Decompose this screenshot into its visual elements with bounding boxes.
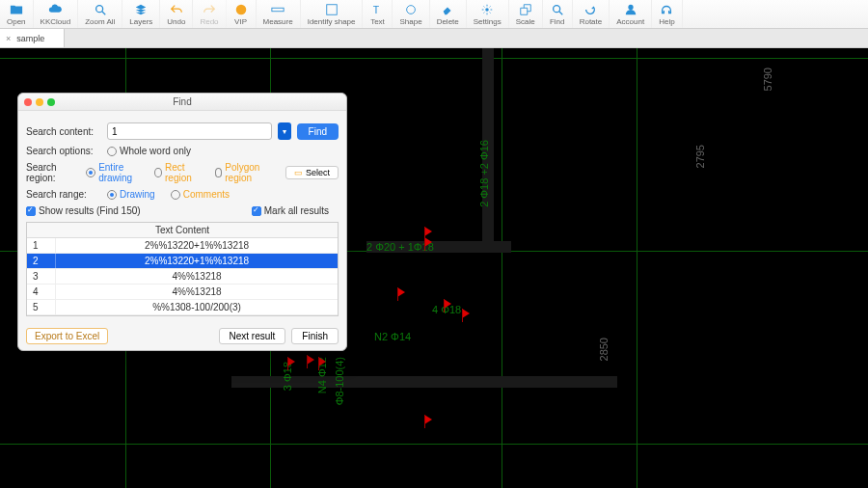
layers-icon xyxy=(133,2,149,17)
zoom-icon xyxy=(93,2,108,17)
finish-button[interactable]: Finish xyxy=(291,328,339,344)
drawing-radio[interactable]: Drawing xyxy=(107,189,155,200)
measure-button[interactable]: Measure xyxy=(257,0,301,28)
main-toolbar: Open KKCloud Zoom All Layers Undo Redo V… xyxy=(0,0,868,29)
table-header: Text Content xyxy=(27,223,338,238)
result-flag-icon xyxy=(318,357,326,366)
kkcloud-button[interactable]: KKCloud xyxy=(34,0,79,28)
rotate-button[interactable]: Rotate xyxy=(573,0,610,28)
next-result-button[interactable]: Next result xyxy=(219,328,286,344)
settings-button[interactable]: Settings xyxy=(467,0,509,28)
folder-icon xyxy=(9,2,24,17)
result-flag-icon xyxy=(424,237,432,247)
cad-text: 2 Φ18 +2 Φ16 xyxy=(478,140,490,207)
search-icon xyxy=(550,2,565,17)
svg-text:T: T xyxy=(373,4,380,15)
rotate-icon xyxy=(583,2,598,17)
export-excel-button[interactable]: Export to Excel xyxy=(26,328,108,344)
cad-dim: 2795 xyxy=(694,145,706,168)
select-icon: ▭ xyxy=(294,168,303,177)
show-results-checkbox[interactable]: Show results (Find 150) xyxy=(26,205,141,216)
zoom-all-button[interactable]: Zoom All xyxy=(78,0,122,28)
search-content-label: Search content: xyxy=(26,126,101,137)
vip-button[interactable]: VIP xyxy=(227,0,257,28)
ruler-icon xyxy=(270,2,285,17)
result-flag-icon xyxy=(424,227,432,236)
dialog-title: Find xyxy=(18,96,346,107)
text-button[interactable]: TText xyxy=(363,0,393,28)
search-content-input[interactable] xyxy=(107,122,272,140)
rect-region-radio[interactable]: Rect region xyxy=(154,162,199,183)
table-row[interactable]: 22%%13220+1%%13218 xyxy=(27,254,338,269)
headset-icon xyxy=(659,2,674,17)
identify-icon xyxy=(324,2,339,17)
eraser-icon xyxy=(440,2,455,17)
mark-all-checkbox[interactable]: Mark all results xyxy=(252,205,329,216)
cloud-icon xyxy=(47,2,63,17)
result-flag-icon xyxy=(462,309,470,318)
whole-word-radio[interactable]: Whole word only xyxy=(107,146,191,156)
svg-rect-3 xyxy=(326,5,337,15)
cad-dim: 5790 xyxy=(762,68,773,91)
result-flag-icon xyxy=(424,415,432,424)
select-region-button[interactable]: ▭Select xyxy=(285,166,339,179)
entire-drawing-radio[interactable]: Entire drawing xyxy=(86,162,139,183)
table-row[interactable]: 5%%1308-100/200(3) xyxy=(27,300,338,315)
tab-strip: × sample xyxy=(0,29,868,48)
svg-point-1 xyxy=(235,5,246,15)
result-flag-icon xyxy=(444,299,451,309)
svg-point-5 xyxy=(407,6,416,14)
search-range-label: Search range: xyxy=(26,189,101,200)
results-table: Text Content 12%%13220+1%%13218 22%%1322… xyxy=(26,222,339,316)
gear-icon xyxy=(479,2,495,17)
polygon-region-radio[interactable]: Polygon region xyxy=(215,162,270,183)
vip-icon xyxy=(233,2,249,17)
document-tab[interactable]: × sample xyxy=(0,29,65,47)
search-options-label: Search options: xyxy=(26,146,101,156)
account-button[interactable]: Account xyxy=(610,0,652,28)
search-region-label: Search region: xyxy=(26,162,80,183)
tab-label: sample xyxy=(16,34,44,43)
dialog-titlebar[interactable]: Find xyxy=(18,94,346,111)
find-dialog: Find Search content: ▾ Find Search optio… xyxy=(17,93,347,351)
result-flag-icon xyxy=(397,287,405,297)
svg-point-6 xyxy=(485,8,489,12)
table-row[interactable]: 12%%13220+1%%13218 xyxy=(27,238,338,254)
result-flag-icon xyxy=(287,357,295,366)
table-row[interactable]: 44%%13218 xyxy=(27,285,338,300)
open-button[interactable]: Open xyxy=(0,0,34,28)
table-row[interactable]: 34%%13218 xyxy=(27,269,338,285)
user-icon xyxy=(623,2,638,17)
text-icon: T xyxy=(369,2,385,17)
find-button[interactable]: Find xyxy=(543,0,573,28)
scale-button[interactable]: Scale xyxy=(509,0,543,28)
cad-text: Φ8-100(4) xyxy=(334,357,345,405)
svg-point-0 xyxy=(95,6,102,13)
shape-icon xyxy=(403,2,419,17)
redo-icon xyxy=(202,2,217,17)
layers-button[interactable]: Layers xyxy=(122,0,160,28)
identify-shape-button[interactable]: Identify shape xyxy=(301,0,364,28)
dropdown-icon[interactable]: ▾ xyxy=(278,122,291,140)
comments-radio[interactable]: Comments xyxy=(171,189,230,200)
svg-rect-2 xyxy=(272,8,284,12)
result-flag-icon xyxy=(307,355,314,365)
svg-point-8 xyxy=(628,5,633,10)
undo-button[interactable]: Undo xyxy=(160,0,193,28)
close-tab-icon[interactable]: × xyxy=(6,34,11,43)
shape-button[interactable]: Shape xyxy=(393,0,429,28)
find-action-button[interactable]: Find xyxy=(297,123,339,140)
undo-icon xyxy=(169,2,184,17)
svg-point-7 xyxy=(553,6,559,13)
delete-button[interactable]: Delete xyxy=(430,0,467,28)
cad-text: N2 Φ14 xyxy=(374,331,411,342)
cad-dim: 2850 xyxy=(598,338,610,361)
help-button[interactable]: Help xyxy=(652,0,682,28)
scale-icon xyxy=(518,2,533,17)
redo-button[interactable]: Redo xyxy=(193,0,226,28)
